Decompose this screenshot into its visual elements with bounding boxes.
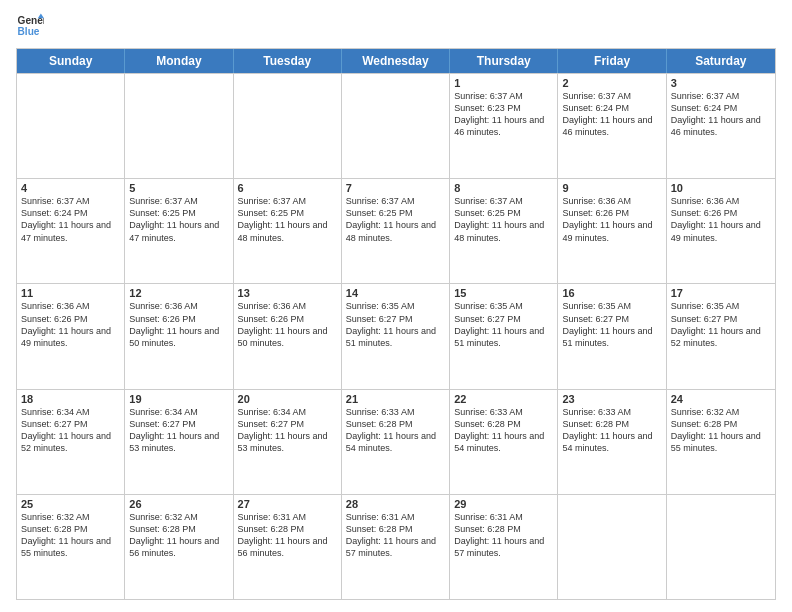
calendar-cell: 12Sunrise: 6:36 AM Sunset: 6:26 PM Dayli… <box>125 284 233 388</box>
day-info: Sunrise: 6:37 AM Sunset: 6:25 PM Dayligh… <box>238 195 337 244</box>
day-number: 21 <box>346 393 445 405</box>
day-info: Sunrise: 6:37 AM Sunset: 6:23 PM Dayligh… <box>454 90 553 139</box>
day-number: 16 <box>562 287 661 299</box>
day-number: 11 <box>21 287 120 299</box>
calendar-cell: 24Sunrise: 6:32 AM Sunset: 6:28 PM Dayli… <box>667 390 775 494</box>
calendar-row-3: 18Sunrise: 6:34 AM Sunset: 6:27 PM Dayli… <box>17 389 775 494</box>
day-info: Sunrise: 6:36 AM Sunset: 6:26 PM Dayligh… <box>238 300 337 349</box>
calendar-row-0: 1Sunrise: 6:37 AM Sunset: 6:23 PM Daylig… <box>17 73 775 178</box>
day-number: 9 <box>562 182 661 194</box>
day-info: Sunrise: 6:33 AM Sunset: 6:28 PM Dayligh… <box>346 406 445 455</box>
calendar-row-1: 4Sunrise: 6:37 AM Sunset: 6:24 PM Daylig… <box>17 178 775 283</box>
day-header-wednesday: Wednesday <box>342 49 450 73</box>
day-number: 22 <box>454 393 553 405</box>
calendar-cell: 27Sunrise: 6:31 AM Sunset: 6:28 PM Dayli… <box>234 495 342 599</box>
calendar-cell: 19Sunrise: 6:34 AM Sunset: 6:27 PM Dayli… <box>125 390 233 494</box>
day-header-monday: Monday <box>125 49 233 73</box>
day-number: 28 <box>346 498 445 510</box>
calendar-cell <box>342 74 450 178</box>
calendar-cell: 21Sunrise: 6:33 AM Sunset: 6:28 PM Dayli… <box>342 390 450 494</box>
calendar-cell <box>234 74 342 178</box>
day-info: Sunrise: 6:31 AM Sunset: 6:28 PM Dayligh… <box>238 511 337 560</box>
day-info: Sunrise: 6:37 AM Sunset: 6:24 PM Dayligh… <box>562 90 661 139</box>
calendar-cell: 20Sunrise: 6:34 AM Sunset: 6:27 PM Dayli… <box>234 390 342 494</box>
day-info: Sunrise: 6:37 AM Sunset: 6:24 PM Dayligh… <box>671 90 771 139</box>
calendar-cell: 13Sunrise: 6:36 AM Sunset: 6:26 PM Dayli… <box>234 284 342 388</box>
logo-icon: General Blue <box>16 12 44 40</box>
day-info: Sunrise: 6:34 AM Sunset: 6:27 PM Dayligh… <box>21 406 120 455</box>
day-info: Sunrise: 6:31 AM Sunset: 6:28 PM Dayligh… <box>346 511 445 560</box>
day-info: Sunrise: 6:37 AM Sunset: 6:25 PM Dayligh… <box>346 195 445 244</box>
calendar-cell <box>667 495 775 599</box>
calendar-body: 1Sunrise: 6:37 AM Sunset: 6:23 PM Daylig… <box>17 73 775 599</box>
logo: General Blue <box>16 12 44 40</box>
day-info: Sunrise: 6:33 AM Sunset: 6:28 PM Dayligh… <box>454 406 553 455</box>
calendar-cell: 26Sunrise: 6:32 AM Sunset: 6:28 PM Dayli… <box>125 495 233 599</box>
day-info: Sunrise: 6:37 AM Sunset: 6:25 PM Dayligh… <box>129 195 228 244</box>
day-number: 18 <box>21 393 120 405</box>
day-number: 27 <box>238 498 337 510</box>
day-number: 7 <box>346 182 445 194</box>
day-number: 17 <box>671 287 771 299</box>
day-header-thursday: Thursday <box>450 49 558 73</box>
day-number: 29 <box>454 498 553 510</box>
day-number: 3 <box>671 77 771 89</box>
calendar-cell: 1Sunrise: 6:37 AM Sunset: 6:23 PM Daylig… <box>450 74 558 178</box>
day-info: Sunrise: 6:36 AM Sunset: 6:26 PM Dayligh… <box>562 195 661 244</box>
day-info: Sunrise: 6:36 AM Sunset: 6:26 PM Dayligh… <box>129 300 228 349</box>
day-info: Sunrise: 6:32 AM Sunset: 6:28 PM Dayligh… <box>671 406 771 455</box>
day-header-sunday: Sunday <box>17 49 125 73</box>
calendar-cell: 3Sunrise: 6:37 AM Sunset: 6:24 PM Daylig… <box>667 74 775 178</box>
calendar: SundayMondayTuesdayWednesdayThursdayFrid… <box>16 48 776 600</box>
day-number: 24 <box>671 393 771 405</box>
day-number: 25 <box>21 498 120 510</box>
day-number: 2 <box>562 77 661 89</box>
day-info: Sunrise: 6:32 AM Sunset: 6:28 PM Dayligh… <box>129 511 228 560</box>
header: General Blue <box>16 12 776 40</box>
calendar-cell: 15Sunrise: 6:35 AM Sunset: 6:27 PM Dayli… <box>450 284 558 388</box>
day-number: 15 <box>454 287 553 299</box>
day-number: 19 <box>129 393 228 405</box>
calendar-cell: 16Sunrise: 6:35 AM Sunset: 6:27 PM Dayli… <box>558 284 666 388</box>
calendar-cell: 17Sunrise: 6:35 AM Sunset: 6:27 PM Dayli… <box>667 284 775 388</box>
calendar-cell <box>558 495 666 599</box>
day-number: 14 <box>346 287 445 299</box>
day-number: 5 <box>129 182 228 194</box>
calendar-cell: 7Sunrise: 6:37 AM Sunset: 6:25 PM Daylig… <box>342 179 450 283</box>
day-number: 6 <box>238 182 337 194</box>
day-info: Sunrise: 6:35 AM Sunset: 6:27 PM Dayligh… <box>671 300 771 349</box>
day-info: Sunrise: 6:35 AM Sunset: 6:27 PM Dayligh… <box>454 300 553 349</box>
day-info: Sunrise: 6:33 AM Sunset: 6:28 PM Dayligh… <box>562 406 661 455</box>
day-header-friday: Friday <box>558 49 666 73</box>
calendar-cell: 10Sunrise: 6:36 AM Sunset: 6:26 PM Dayli… <box>667 179 775 283</box>
day-info: Sunrise: 6:36 AM Sunset: 6:26 PM Dayligh… <box>21 300 120 349</box>
calendar-cell: 29Sunrise: 6:31 AM Sunset: 6:28 PM Dayli… <box>450 495 558 599</box>
day-number: 20 <box>238 393 337 405</box>
calendar-cell <box>17 74 125 178</box>
svg-text:Blue: Blue <box>18 26 40 37</box>
day-info: Sunrise: 6:34 AM Sunset: 6:27 PM Dayligh… <box>238 406 337 455</box>
day-info: Sunrise: 6:32 AM Sunset: 6:28 PM Dayligh… <box>21 511 120 560</box>
day-number: 26 <box>129 498 228 510</box>
calendar-cell: 18Sunrise: 6:34 AM Sunset: 6:27 PM Dayli… <box>17 390 125 494</box>
calendar-cell: 14Sunrise: 6:35 AM Sunset: 6:27 PM Dayli… <box>342 284 450 388</box>
calendar-cell: 5Sunrise: 6:37 AM Sunset: 6:25 PM Daylig… <box>125 179 233 283</box>
day-info: Sunrise: 6:31 AM Sunset: 6:28 PM Dayligh… <box>454 511 553 560</box>
calendar-cell: 11Sunrise: 6:36 AM Sunset: 6:26 PM Dayli… <box>17 284 125 388</box>
day-number: 10 <box>671 182 771 194</box>
day-number: 1 <box>454 77 553 89</box>
calendar-cell <box>125 74 233 178</box>
day-info: Sunrise: 6:36 AM Sunset: 6:26 PM Dayligh… <box>671 195 771 244</box>
day-info: Sunrise: 6:34 AM Sunset: 6:27 PM Dayligh… <box>129 406 228 455</box>
day-info: Sunrise: 6:35 AM Sunset: 6:27 PM Dayligh… <box>346 300 445 349</box>
day-info: Sunrise: 6:35 AM Sunset: 6:27 PM Dayligh… <box>562 300 661 349</box>
calendar-row-4: 25Sunrise: 6:32 AM Sunset: 6:28 PM Dayli… <box>17 494 775 599</box>
day-header-tuesday: Tuesday <box>234 49 342 73</box>
calendar-row-2: 11Sunrise: 6:36 AM Sunset: 6:26 PM Dayli… <box>17 283 775 388</box>
day-info: Sunrise: 6:37 AM Sunset: 6:24 PM Dayligh… <box>21 195 120 244</box>
calendar-cell: 9Sunrise: 6:36 AM Sunset: 6:26 PM Daylig… <box>558 179 666 283</box>
day-header-saturday: Saturday <box>667 49 775 73</box>
day-number: 8 <box>454 182 553 194</box>
calendar-header: SundayMondayTuesdayWednesdayThursdayFrid… <box>17 49 775 73</box>
calendar-cell: 28Sunrise: 6:31 AM Sunset: 6:28 PM Dayli… <box>342 495 450 599</box>
